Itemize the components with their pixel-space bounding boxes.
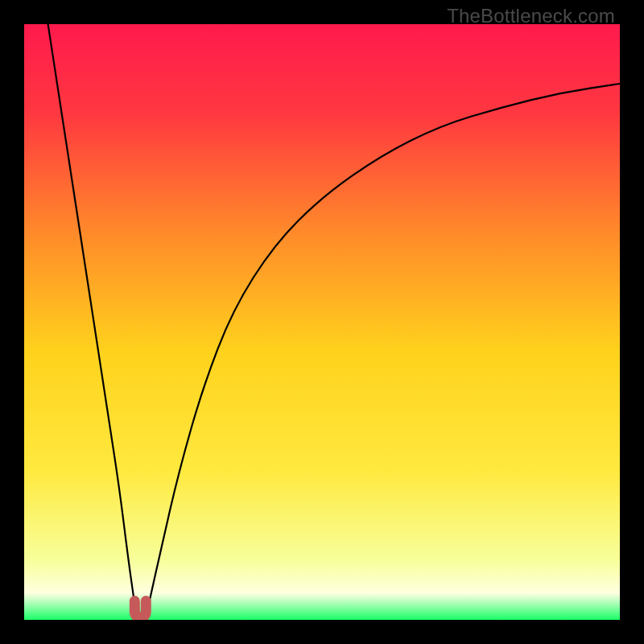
gradient-rect [24,24,620,620]
watermark-text: TheBottleneck.com [447,5,615,27]
chart-svg [24,24,620,620]
plot-area [24,24,620,620]
outer-frame: TheBottleneck.com [0,0,644,644]
